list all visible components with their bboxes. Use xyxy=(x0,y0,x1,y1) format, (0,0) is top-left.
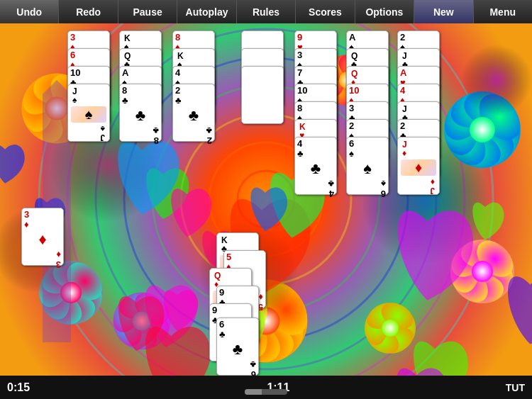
playing-card[interactable]: 2♣ ♣ 2♣ xyxy=(172,84,215,142)
playing-card[interactable]: J♦ ♦ J♦ xyxy=(397,137,440,195)
playing-card[interactable]: J♠ ♠ J♠ xyxy=(67,84,110,142)
rules-button[interactable]: Rules xyxy=(237,0,296,23)
scores-button[interactable]: Scores xyxy=(296,0,355,23)
statusbar: 0:15 1:11 TUT xyxy=(0,376,532,399)
toolbar: Undo Redo Pause Autoplay Rules Scores Op… xyxy=(0,0,532,23)
playing-card[interactable]: 3♦ ♦ 3♦ xyxy=(21,208,64,266)
game-area: 3♦ ♦ 3♦ 6♦ ♦ 6♦ 10♣ ♣ 10♣ J♠ ♠ J♠ K♠ xyxy=(0,23,532,376)
progress-bar xyxy=(245,389,287,395)
tut-label: TUT xyxy=(506,382,525,393)
cards-layer: 3♦ ♦ 3♦ 6♦ ♦ 6♦ 10♣ ♣ 10♣ J♠ ♠ J♠ K♠ xyxy=(0,23,532,376)
menu-button[interactable]: Menu xyxy=(474,0,532,23)
undo-button[interactable]: Undo xyxy=(0,0,59,23)
playing-card[interactable]: 6♣ ♣ 6♣ xyxy=(216,317,259,376)
playing-card[interactable]: 4♣ ♣ 4♣ xyxy=(294,137,337,195)
pause-button[interactable]: Pause xyxy=(118,0,177,23)
playing-card[interactable] xyxy=(241,66,284,124)
playing-card[interactable]: 8♣ ♣ 8♣ xyxy=(119,84,162,142)
options-button[interactable]: Options xyxy=(355,0,414,23)
playing-card[interactable]: 6♠ ♠ 6♠ xyxy=(346,137,389,195)
progress-fill xyxy=(245,389,262,395)
autoplay-button[interactable]: Autoplay xyxy=(177,0,236,23)
redo-button[interactable]: Redo xyxy=(59,0,118,23)
time-elapsed: 0:15 xyxy=(7,381,30,394)
new-button[interactable]: New xyxy=(414,0,473,23)
